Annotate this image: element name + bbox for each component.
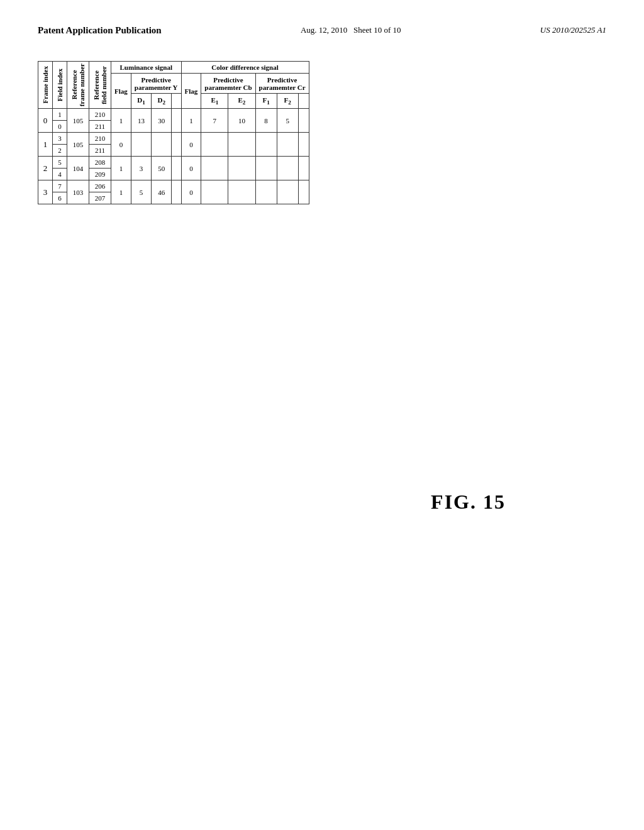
header-right: US 2010/202525 A1 (540, 25, 606, 35)
e1-cell: 7 (201, 109, 228, 133)
col-flag-cell: 1 (181, 109, 201, 133)
ref-frame-cell: 105 (67, 109, 89, 133)
empty-y-cell (172, 109, 181, 133)
empty-cr-cell (298, 180, 309, 204)
col-ref-frame: Referenceframe number (67, 62, 89, 109)
d2-cell (152, 133, 172, 157)
field-index-cell: 2 (53, 145, 67, 157)
col-e2: E2 (228, 94, 255, 109)
f2-cell (277, 157, 298, 180)
frame-index-cell: 3 (38, 180, 53, 204)
e1-cell (201, 157, 228, 180)
col-f2: F2 (277, 94, 298, 109)
ref-field-cell: 211 (89, 145, 111, 157)
empty-cr-cell (298, 157, 309, 180)
empty-y-cell (172, 133, 181, 157)
frame-index-cell: 2 (38, 157, 53, 180)
col-color-diff-signal: Color difference signal (181, 62, 309, 74)
ref-field-cell: 209 (89, 169, 111, 180)
e2-cell (228, 133, 255, 157)
fig-label: FIG. 15 (431, 490, 506, 514)
main-content: Frame index Field index Referenceframe n… (0, 48, 644, 217)
ref-frame-cell: 104 (67, 157, 89, 180)
header-date: Aug. 12, 2010 (301, 25, 347, 35)
e2-cell: 10 (228, 109, 255, 133)
e2-cell (228, 180, 255, 204)
ref-field-cell: 208 (89, 157, 111, 169)
lum-flag-cell: 0 (111, 133, 131, 157)
field-index-cell: 6 (53, 192, 67, 204)
ref-frame-cell: 103 (67, 180, 89, 204)
col-empty-cr (298, 94, 309, 109)
col-pred-cb: Predictiveparamemter Cb (201, 74, 255, 94)
col-e1: E1 (201, 94, 228, 109)
f2-cell (277, 133, 298, 157)
ref-field-cell: 207 (89, 192, 111, 204)
header-left: Patent Application Publication (38, 25, 162, 36)
data-table: Frame index Field index Referenceframe n… (38, 61, 309, 204)
ref-field-cell: 206 (89, 180, 111, 192)
col-flag-cell: 0 (181, 157, 201, 180)
d2-cell: 50 (152, 157, 172, 180)
header-sheet: Sheet 10 of 10 (353, 25, 401, 35)
table-section: Frame index Field index Referenceframe n… (38, 61, 606, 204)
e1-cell (201, 180, 228, 204)
col-luminance-signal: Luminance signal (111, 62, 182, 74)
f1-cell: 8 (255, 109, 277, 133)
ref-frame-cell: 105 (67, 133, 89, 157)
page-header: Patent Application Publication Aug. 12, … (0, 0, 644, 48)
col-frame-index: Frame index (38, 62, 53, 109)
empty-y-cell (172, 157, 181, 180)
ref-field-cell: 211 (89, 121, 111, 133)
col-d2: D2 (152, 94, 172, 109)
field-index-cell: 0 (53, 121, 67, 133)
f1-cell (255, 157, 277, 180)
d1-cell: 3 (131, 157, 151, 180)
field-index-cell: 3 (53, 133, 67, 145)
col-empty-y (172, 94, 181, 109)
col-d1: D1 (131, 94, 151, 109)
empty-cr-cell (298, 133, 309, 157)
header-center: Aug. 12, 2010 Sheet 10 of 10 (301, 25, 401, 35)
lum-flag-cell: 1 (111, 109, 131, 133)
d2-cell: 46 (152, 180, 172, 204)
field-index-cell: 5 (53, 157, 67, 169)
col-pred-y: Predictiveparamemter Y (131, 74, 181, 94)
col-flag-cell: 0 (181, 133, 201, 157)
d1-cell: 5 (131, 180, 151, 204)
f1-cell (255, 180, 277, 204)
col-f1: F1 (255, 94, 277, 109)
col-pred-cr: Predictiveparamemter Cr (255, 74, 309, 94)
e1-cell (201, 133, 228, 157)
col-ref-field: Referencefield number (89, 62, 111, 109)
lum-flag-cell: 1 (111, 180, 131, 204)
col-lum-flag: Flag (111, 74, 131, 109)
d2-cell: 30 (152, 109, 172, 133)
f1-cell (255, 133, 277, 157)
ref-field-cell: 210 (89, 133, 111, 145)
d1-cell: 13 (131, 109, 151, 133)
empty-cr-cell (298, 109, 309, 133)
ref-field-cell: 210 (89, 109, 111, 121)
field-index-cell: 4 (53, 169, 67, 180)
frame-index-cell: 0 (38, 109, 53, 133)
f2-cell (277, 180, 298, 204)
col-field-index: Field index (53, 62, 67, 109)
frame-index-cell: 1 (38, 133, 53, 157)
col-col-flag: Flag (181, 74, 201, 109)
f2-cell: 5 (277, 109, 298, 133)
d1-cell (131, 133, 151, 157)
field-index-cell: 1 (53, 109, 67, 121)
lum-flag-cell: 1 (111, 157, 131, 180)
col-flag-cell: 0 (181, 180, 201, 204)
e2-cell (228, 157, 255, 180)
field-index-cell: 7 (53, 180, 67, 192)
empty-y-cell (172, 180, 181, 204)
